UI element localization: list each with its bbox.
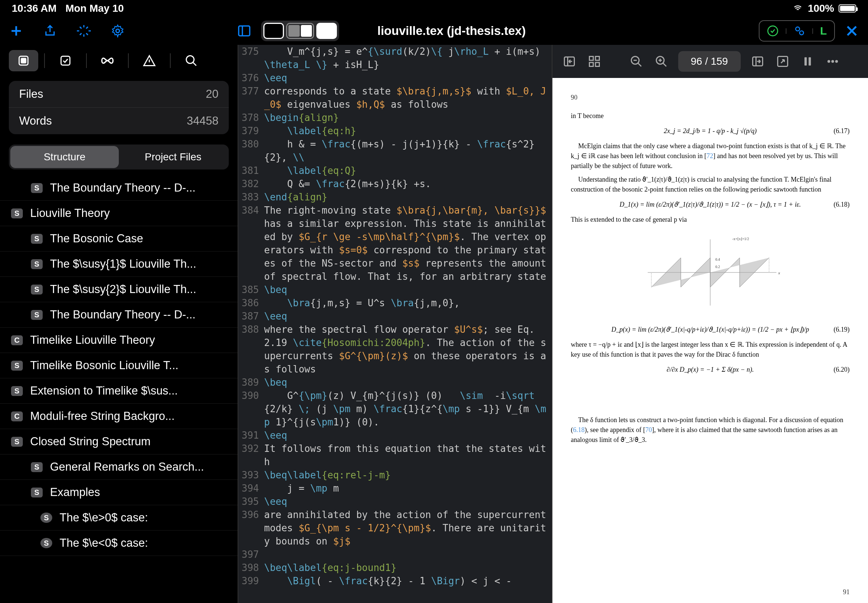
typeset-button[interactable] [76,23,92,39]
code-text[interactable]: \beq\label{eq:rel-j-m} [264,468,552,482]
page-indicator[interactable]: 96 / 159 [678,51,741,72]
code-line[interactable]: 385\beq [238,283,552,296]
code-line[interactable]: 376\eeq [238,71,552,85]
more-button[interactable] [825,53,841,70]
code-text[interactable]: \bra{j,m,s} = U^s \bra{j,m,0}, [264,296,552,309]
outline-item[interactable]: SThe Boundary Theory -- D-... [0,175,238,201]
outline-item[interactable]: SThe $\e<0$ case: [0,530,238,556]
code-text[interactable]: V_m^{j,s} = e^{\surd(k/2)\{ j\rho_L + i(… [264,45,552,71]
code-text[interactable]: \begin{align} [264,111,552,124]
code-text[interactable]: j = \mp m [264,482,552,495]
code-text[interactable]: It follows from this equation that the s… [264,442,552,468]
outline-item[interactable]: SExamples [0,480,238,505]
code-line[interactable]: 380 h & = \frac{(m+s) - j(j+1)}{k} - \fr… [238,138,552,164]
code-text[interactable]: \beq [264,283,552,296]
share-button[interactable] [42,23,58,39]
code-line[interactable]: 379 \label{eq:h} [238,124,552,138]
sync-out-icon[interactable] [750,53,766,70]
tab-structure[interactable]: Structure [10,146,119,168]
code-text[interactable]: \label{eq:Q} [264,164,552,177]
code-line[interactable]: 386 \bra{j,m,s} = U^s \bra{j,m,0}, [238,296,552,309]
code-line[interactable]: 381 \label{eq:Q} [238,164,552,177]
line-number: 381 [238,164,264,177]
outline-item[interactable]: SExtension to Timelike $\sus... [0,378,238,404]
editor-pane[interactable]: 375 V_m^{j,s} = e^{\surd(k/2)\{ j\rho_L … [238,45,552,603]
code-text[interactable]: \eeq [264,495,552,508]
layout-segmented[interactable] [261,20,339,41]
zoom-in-button[interactable] [653,53,669,70]
page-number-bottom: 91 [843,587,849,597]
code-text[interactable]: are annihilated by the action of the sup… [264,508,552,548]
pdf-page[interactable]: 90 in T become 2x_j = 2d_j/b = 1 - q/p -… [552,78,868,603]
search-tool[interactable] [176,50,206,71]
zoom-out-button[interactable] [628,53,644,70]
code-line[interactable]: 377corresponds to a state $\bra{j,m,s}$ … [238,85,552,111]
thumbnails-button[interactable] [586,53,602,70]
infinity-tool[interactable] [93,50,122,71]
code-line[interactable]: 399 \Bigl( - \frac{k}{2} - 1 \Bigr) < j … [238,574,552,588]
close-button[interactable] [844,23,860,39]
outline-item[interactable]: SClosed String Spectrum [0,429,238,455]
code-line[interactable]: 375 V_m^{j,s} = e^{\surd(k/2)\{ j\rho_L … [238,45,552,71]
code-text[interactable]: Q &= \frac{2(m+s)}{k} +s. [264,177,552,190]
add-button[interactable] [8,23,24,39]
code-text[interactable]: corresponds to a state $\bra{j,m,s}$ wit… [264,85,552,111]
code-text[interactable] [264,548,552,561]
code-text[interactable]: h & = \frac{(m+s) - j(j+1)}{k} - \frac{s… [264,138,552,164]
code-text[interactable]: where the spectral flow operator $U^s$; … [264,323,552,376]
code-text[interactable]: \eeq [264,71,552,85]
code-text[interactable]: \end{align} [264,190,552,204]
outline-item[interactable]: STimelike Bosonic Liouville T... [0,353,238,378]
sidebar-tabs[interactable]: Structure Project Files [9,144,229,170]
sync-in-icon[interactable] [561,53,577,70]
code-line[interactable]: 387\eeq [238,309,552,323]
outline-item[interactable]: SThe $\e>0$ case: [0,505,238,530]
code-line[interactable]: 395\eeq [238,495,552,508]
code-line[interactable]: 398\beq\label{eq:j-bound1} [238,561,552,574]
outline-tool[interactable] [9,50,38,71]
outline-item[interactable]: SThe Bosonic Case [0,226,238,252]
code-line[interactable]: 389\beq [238,376,552,389]
code-line[interactable]: 392It follows from this equation that th… [238,442,552,468]
outline-item[interactable]: SThe Boundary Theory -- D-... [0,302,238,328]
code-text[interactable]: \eeq [264,429,552,442]
sidebar-toggle-button[interactable] [236,23,252,39]
code-text[interactable]: The right-moving state $\bra{j,\bar{m}, … [264,204,552,283]
files-stat[interactable]: Files20 [9,81,229,108]
tab-project-files[interactable]: Project Files [119,146,227,168]
code-line[interactable]: 388where the spectral flow operator $U^s… [238,323,552,376]
code-text[interactable]: G^{\pm}(z) V_{m}^{j(s)} (0) \sim -i\sqrt… [264,389,552,429]
code-line[interactable]: 384The right-moving state $\bra{j,\bar{m… [238,204,552,283]
layout-editor-only[interactable] [263,23,284,39]
layout-split[interactable] [286,23,314,39]
code-line[interactable]: 378\begin{align} [238,111,552,124]
outline-item[interactable]: SGeneral Remarks on Search... [0,455,238,480]
outline-item[interactable]: SThe $\susy{2}$ Liouville Th... [0,277,238,302]
code-line[interactable]: 390 G^{\pm}(z) V_{m}^{j(s)} (0) \sim -i\… [238,389,552,429]
code-text[interactable]: \eeq [264,309,552,323]
code-text[interactable]: \beq\label{eq:j-bound1} [264,561,552,574]
code-line[interactable]: 393\beq\label{eq:rel-j-m} [238,468,552,482]
pause-button[interactable] [800,53,816,70]
outline-item[interactable]: CTimelike Liouville Theory [0,328,238,353]
code-line[interactable]: 396are annihilated by the action of the … [238,508,552,548]
code-text[interactable]: \Bigl( - \frac{k}{2} - 1 \Bigr) < j < - [264,574,552,588]
expand-button[interactable] [775,53,791,70]
todo-tool[interactable] [51,50,80,71]
code-text[interactable]: \label{eq:h} [264,124,552,138]
code-line[interactable]: 394 j = \mp m [238,482,552,495]
code-line[interactable]: 391\eeq [238,429,552,442]
warnings-tool[interactable] [135,50,164,71]
outline-list[interactable]: SThe Boundary Theory -- D-...SLiouville … [0,175,238,603]
code-line[interactable]: 383\end{align} [238,190,552,204]
code-line[interactable]: 397 [238,548,552,561]
outline-item[interactable]: SThe $\susy{1}$ Liouville Th... [0,252,238,277]
outline-item[interactable]: SLiouville Theory [0,201,238,226]
layout-preview-only[interactable] [316,23,337,39]
words-stat[interactable]: Words34458 [9,108,229,134]
code-line[interactable]: 382 Q &= \frac{2(m+s)}{k} +s. [238,177,552,190]
status-pill[interactable]: | | L [759,20,835,42]
code-text[interactable]: \beq [264,376,552,389]
settings-button[interactable] [110,23,126,39]
outline-item[interactable]: CModuli-free String Backgro... [0,404,238,429]
